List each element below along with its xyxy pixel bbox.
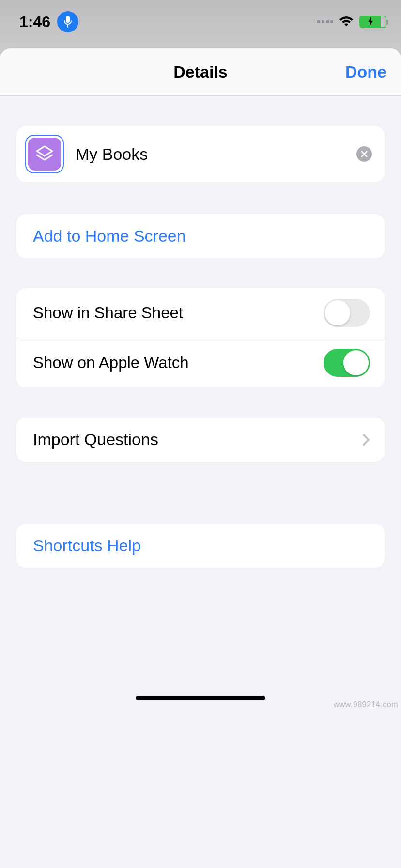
charging-icon [367,17,374,27]
import-group: Import Questions [16,418,385,462]
done-button[interactable]: Done [345,62,386,81]
status-time: 1:46 [19,13,50,31]
apple-watch-row: Show on Apple Watch [16,338,385,388]
wifi-icon [338,16,355,28]
share-sheet-label: Show in Share Sheet [33,304,183,322]
shortcut-name-row[interactable]: My Books [16,126,385,182]
close-icon [361,151,368,157]
shortcut-icon-button[interactable] [25,135,64,173]
add-to-home-screen-button[interactable]: Add to Home Screen [16,214,385,258]
microphone-badge [57,11,78,32]
apple-watch-label: Show on Apple Watch [33,354,189,372]
add-home-group: Add to Home Screen [16,214,385,258]
details-sheet: Details Done My Books [0,48,401,868]
help-group: Shortcuts Help [16,524,385,568]
status-right [317,16,386,28]
microphone-icon [63,16,72,28]
svg-rect-0 [66,16,70,23]
share-sheet-row: Show in Share Sheet [16,288,385,338]
share-sheet-toggle[interactable] [324,299,370,327]
battery-icon [359,16,386,28]
status-left: 1:46 [19,11,78,32]
chevron-right-icon [362,434,370,446]
toggles-group: Show in Share Sheet Show on Apple Watch [16,288,385,388]
shortcut-name-input[interactable]: My Books [76,145,345,164]
nav-bar: Details Done [0,48,401,96]
clear-name-button[interactable] [356,146,372,162]
cellular-icon [317,20,333,23]
shortcuts-glyph-icon [34,143,55,165]
name-group: My Books [16,126,385,182]
home-indicator[interactable] [136,696,265,700]
watermark: www.989214.com [334,700,398,709]
import-questions-button[interactable]: Import Questions [16,418,385,462]
status-bar: 1:46 [0,0,401,48]
shortcuts-help-button[interactable]: Shortcuts Help [16,524,385,568]
page-title: Details [173,62,228,81]
apple-watch-toggle[interactable] [324,349,370,377]
import-questions-label: Import Questions [33,430,158,449]
